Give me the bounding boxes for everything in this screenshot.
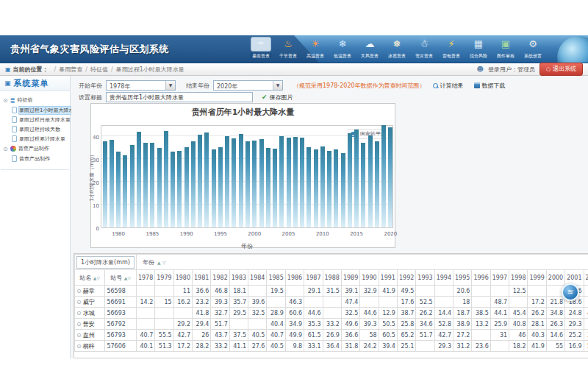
value-cell: 27.2 [453,330,472,341]
bar-2008 [306,147,311,227]
value-cell: 41.1 [229,341,248,352]
bar-2003 [273,149,277,227]
floating-action-button[interactable]: ≋ [562,283,579,301]
breadcrumb-item-1[interactable]: 暴雨普查 [59,66,82,74]
value-cell: 40.5 [267,341,285,352]
sidebar-item-0-2[interactable]: 暴雨过程持续天数 [1,124,69,134]
value-cell: 26 [193,330,211,341]
palette-icon [10,146,16,152]
station-name: 水城 [83,310,95,316]
value-cell: 15 [155,297,173,308]
tree-toggle-icon[interactable]: ⊙ [3,146,8,152]
year-sort-header[interactable]: 年份▲ ▽ [136,255,588,270]
value-cell: 40.4 [267,319,285,330]
sidebar-group-1[interactable]: ⊙普查产品制作 [1,144,69,154]
bar-2014 [348,133,352,227]
x-tick-label: 2010 [313,231,332,237]
value-cell: 26.3 [546,319,564,330]
breadcrumb-item-2[interactable]: 特征值 [90,66,108,74]
sidebar-title: 系统菜单 [14,78,49,89]
year-column-header: 1980 [173,270,192,286]
value-cell: 44.6 [360,308,379,319]
sidebar-item-0-3[interactable]: 暴雨过程累计降水量 [1,134,69,144]
bar-2020 [388,127,392,227]
chevron-down-icon[interactable]: ▼ [273,81,282,90]
breadcrumb-label: 当前的位置： [13,66,49,74]
nav-item-drought-survey[interactable]: ♨干旱普查 [276,37,301,60]
station-id: 56693 [105,308,137,319]
logout-button[interactable]: ○ 退出系统 [539,63,583,76]
sidebar-item-1-0[interactable]: 普查产品制作 [1,154,69,163]
sidebar-item-0-0[interactable]: 暴雨过程1小时最大降水量 [1,105,69,115]
year-column-header: 1997 [490,270,509,286]
nav-item-hail-survey[interactable]: ❅冰雹普查 [384,37,409,60]
row-toggle-icon[interactable]: ⊙ [76,288,82,294]
station-name: 威宁 [83,299,95,305]
nav-item-heat-survey[interactable]: ☀高温普查 [303,37,328,60]
value-cell [136,319,154,330]
year-column-header: 1995 [453,270,472,286]
row-toggle-icon[interactable]: ⊙ [76,321,82,328]
value-cell [490,286,509,297]
chevron-down-icon[interactable]: ▼ [165,81,175,90]
value-cell: 25.9 [490,319,509,330]
value-cell: 46.8 [211,286,229,297]
station-id-header[interactable]: 站号 ▲▽ [105,270,137,286]
value-cell: 36.4 [323,341,341,352]
table-row: ⊙威宁5669114.21516.223.239.335.739.646.347… [75,297,588,308]
sidebar-item-0-1[interactable]: 暴雨过程日最大降水量 [1,115,69,124]
row-toggle-icon[interactable]: ⊙ [76,310,82,316]
nav-item-composite-risk[interactable]: ▦综合风险 [466,37,491,60]
value-cell: 29.5 [229,308,248,319]
bar-2018 [375,141,379,227]
table-row: ⊙盘州5679340.755.542.72643.737.540.540.749… [75,330,588,341]
sort-desc-icon[interactable]: ▽ [127,275,131,280]
row-toggle-icon[interactable]: ⊙ [76,332,82,339]
nav-item-snow-survey[interactable]: ☃雪灾普查 [412,37,437,60]
nav-item-rainstorm-survey[interactable]: ☂暴雨普查 [248,37,273,60]
nav-item-label: 图件审核 [495,53,517,60]
tree-toggle-icon[interactable]: ⊙ [3,97,8,104]
nav-item-wind-survey[interactable]: ☁大风普查 [357,37,382,60]
sidebar-group-label: 特征值 [17,96,32,104]
value-cell [248,319,267,330]
row-toggle-icon[interactable]: ⊙ [76,299,82,305]
sidebar-group-0[interactable]: ⊙≣特征值 [1,95,69,105]
nav-item-lightning-survey[interactable]: ⚡雷电普查 [439,37,464,60]
value-cell: 28.1 [528,319,546,330]
nav-item-cold-survey[interactable]: ❄低温普查 [330,37,355,60]
row-toggle-icon[interactable]: ⊙ [76,343,82,350]
sort-desc-icon[interactable]: ▽ [96,275,100,280]
x-tick-label: 1990 [177,231,196,237]
value-cell: 51.7 [416,330,434,341]
sort-asc-icon[interactable]: ▲ [157,260,161,265]
bar-2016 [361,143,365,227]
value-cell: 18.7 [453,308,472,319]
data-download-button[interactable]: 数据下载 [474,82,506,90]
chart-title-input[interactable] [106,92,253,102]
value-cell: 38.7 [397,308,415,319]
start-year-select[interactable]: 1978年 ▼ [106,80,176,91]
y-tick-label: 10 [88,203,99,209]
value-cell [472,330,490,341]
heat-icon: ☀ [305,37,326,52]
value-cell: 20.6 [453,286,472,297]
save-image-button[interactable]: ✔ 保存图片 [262,93,293,102]
nav-item-system-settings[interactable]: ⚙系统设置 [520,37,545,60]
station-name-header[interactable]: 站名 ▲▽ [75,270,105,286]
value-cell: 13.2 [472,319,490,330]
bar-2010 [320,146,325,227]
document-icon [12,155,17,162]
range-note: （规范采用1978-2020年数据作为普查时间范围） [293,82,426,90]
calc-result-button[interactable]: 计算结果 [433,82,464,90]
value-cell: 31.2 [453,341,472,352]
value-cell [379,297,397,308]
nav-item-map-audit[interactable]: ▣图件审核 [493,37,518,60]
end-year-select[interactable]: 2020年 ▼ [213,80,283,91]
value-cell: 26.9 [323,330,341,341]
user-area: ☻ 登录用户：管理员 ○ 退出系统 [477,63,584,76]
sort-desc-icon[interactable]: ▽ [162,260,166,265]
value-cell [155,286,173,297]
station-id: 56598 [105,286,137,297]
value-cell: 27.6 [248,341,267,352]
